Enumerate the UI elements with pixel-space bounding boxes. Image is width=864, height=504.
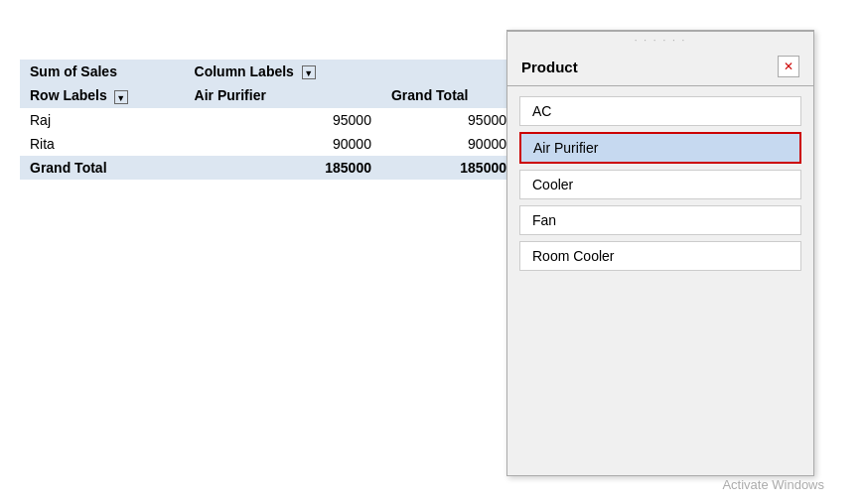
grand-total-value: 185000: [381, 156, 516, 180]
grand-total-label: Grand Total: [20, 156, 185, 180]
air-purifier-column-header: Air Purifier: [185, 83, 381, 107]
row-labels-cell: Row Labels ▼: [20, 83, 185, 107]
row-label-raj: Raj: [20, 108, 185, 132]
pivot-subheader-row: Row Labels ▼ Air Purifier Grand Total: [20, 83, 516, 107]
product-item-fan[interactable]: Fan: [519, 205, 801, 235]
header-col3: [381, 60, 516, 83]
pivot-data-row-rita: Rita 90000 90000: [20, 132, 516, 156]
rita-grand-total-value: 90000: [381, 132, 516, 156]
pivot-grand-total-row: Grand Total 185000 185000: [20, 156, 516, 180]
dropdown-header: Product: [507, 46, 813, 86]
row-labels-filter-icon[interactable]: ▼: [114, 90, 128, 104]
pivot-table: Sum of Sales Column Labels ▼ Row Labels …: [20, 60, 516, 180]
grand-total-column-header: Grand Total: [381, 83, 516, 107]
pivot-table-container: Sum of Sales Column Labels ▼ Row Labels …: [20, 60, 516, 180]
pivot-header-row: Sum of Sales Column Labels ▼: [20, 60, 516, 83]
column-labels-filter-icon[interactable]: ▼: [302, 65, 316, 79]
raj-air-purifier-value: 95000: [185, 108, 381, 132]
raj-grand-total-value: 95000: [381, 108, 516, 132]
column-labels-label: Column Labels ▼: [185, 60, 381, 83]
product-item-room-cooler[interactable]: Room Cooler: [519, 241, 801, 271]
product-item-cooler[interactable]: Cooler: [519, 170, 801, 199]
product-item-ac[interactable]: AC: [519, 96, 801, 126]
activate-windows-watermark: Activate Windows: [722, 477, 824, 492]
product-item-air-purifier[interactable]: Air Purifier: [519, 132, 801, 164]
dropdown-title: Product: [521, 59, 578, 75]
pivot-data-row-raj: Raj 95000 95000: [20, 108, 516, 132]
row-label-rita: Rita: [20, 132, 185, 156]
sum-of-sales-label: Sum of Sales: [20, 60, 185, 83]
drag-handle: · · · · · ·: [507, 32, 813, 46]
product-filter-panel: · · · · · · Product AC Air Purifier Cool…: [506, 30, 814, 476]
grand-total-air-purifier: 185000: [185, 156, 381, 180]
rita-air-purifier-value: 90000: [185, 132, 381, 156]
dropdown-items-list: AC Air Purifier Cooler Fan Room Cooler: [507, 86, 813, 475]
dropdown-close-button[interactable]: [778, 56, 799, 77]
